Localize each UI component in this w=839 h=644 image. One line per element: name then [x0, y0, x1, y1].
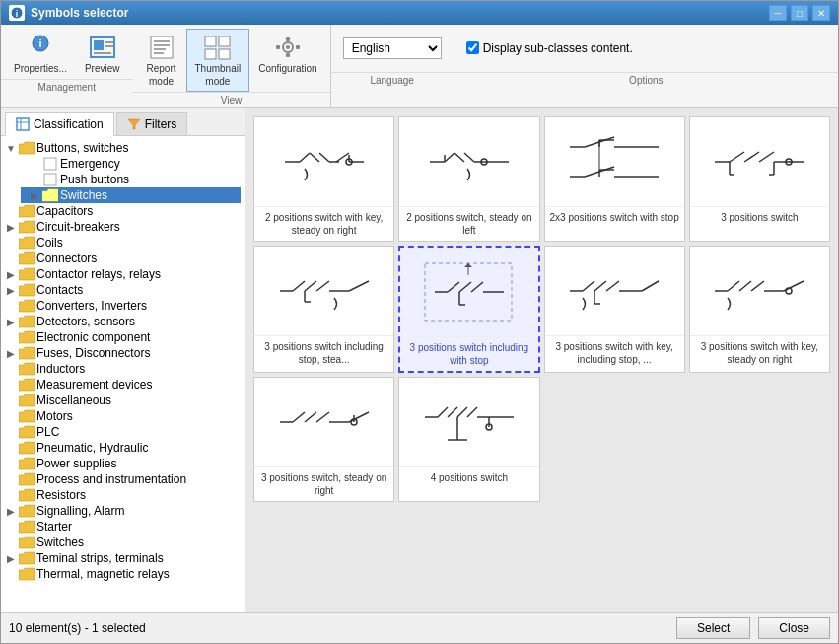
- folder-icon-pneumatic: [19, 441, 35, 455]
- close-button[interactable]: ✕: [812, 5, 830, 21]
- report-mode-button[interactable]: Report mode: [137, 29, 186, 92]
- expand-placeholder-converters: [5, 300, 17, 312]
- thumbnail-mode-label2: mode: [205, 76, 230, 87]
- expand-placeholder-coils: [5, 237, 17, 249]
- tree-item-inductors[interactable]: Inductors: [5, 361, 241, 377]
- tree-item-switches[interactable]: ▶ Switches: [21, 187, 241, 203]
- properties-icon: i: [25, 34, 56, 61]
- tab-classification[interactable]: Classification: [5, 112, 114, 136]
- thumbnail-mode-button[interactable]: Thumbnail mode: [186, 29, 250, 92]
- label-buttons-switches: Buttons, switches: [36, 141, 128, 155]
- tab-filters[interactable]: Filters: [116, 112, 188, 135]
- expand-placeholder-capacitors: [5, 205, 17, 217]
- symbol-card-5[interactable]: 3 positions switch including stop, stea.…: [253, 246, 394, 373]
- report-mode-label2: mode: [149, 76, 174, 87]
- tree-item-converters[interactable]: Converters, Inverters: [5, 298, 241, 314]
- tree-item-coils[interactable]: Coils: [5, 235, 241, 250]
- tree-item-push-buttons[interactable]: Push buttons: [21, 172, 241, 187]
- expand-fuses[interactable]: ▶: [5, 347, 17, 359]
- page-icon-push-buttons: [42, 173, 58, 186]
- folder-icon-motors: [19, 409, 35, 423]
- symbol-preview-6: [400, 248, 537, 336]
- label-inductors: Inductors: [36, 362, 85, 376]
- tree-item-capacitors[interactable]: Capacitors: [5, 203, 241, 219]
- tree-item-terminal-strips[interactable]: ▶ Teminal strips, terminals: [5, 550, 241, 566]
- page-icon-emergency: [42, 157, 58, 171]
- tree-item-switches2[interactable]: Switches: [5, 535, 241, 550]
- expand-switches[interactable]: ▶: [29, 189, 40, 201]
- symbol-preview-2: [399, 117, 538, 206]
- tree-item-measurement[interactable]: Measurement devices: [5, 377, 241, 393]
- symbol-card-3[interactable]: 2x3 positions switch with stop: [544, 116, 685, 242]
- tree-item-process[interactable]: Process and instrumentation: [5, 471, 241, 487]
- tree-item-pneumatic[interactable]: Pneumatic, Hydraulic: [5, 440, 241, 456]
- tree-item-resistors[interactable]: Resistors: [5, 487, 241, 503]
- expand-placeholder-pneumatic: [5, 442, 17, 454]
- tree-item-motors[interactable]: Motors: [5, 408, 241, 424]
- select-button[interactable]: Select: [676, 617, 750, 639]
- label-emergency: Emergency: [60, 157, 120, 171]
- tree-item-connectors[interactable]: Connectors: [5, 250, 241, 266]
- svg-line-112: [467, 407, 477, 417]
- display-subclasses-label: Display sub-classes content.: [483, 41, 633, 55]
- configuration-button[interactable]: Configuration: [249, 29, 325, 92]
- tree-item-fuses[interactable]: ▶ Fuses, Disconnectors: [5, 345, 241, 361]
- symbol-card-2[interactable]: 2 positions switch, steady on left: [398, 116, 539, 242]
- symbol-label-9: 3 positions switch, steady on right: [254, 466, 393, 501]
- expand-placeholder-inductors: [5, 363, 17, 375]
- tree-item-buttons-switches[interactable]: ▼ Buttons, switches: [5, 140, 241, 156]
- svg-rect-14: [205, 36, 216, 46]
- tree-item-emergency[interactable]: Emergency: [21, 156, 241, 172]
- close-button-bottom[interactable]: Close: [758, 617, 830, 639]
- expand-signalling[interactable]: ▶: [5, 505, 17, 517]
- symbol-card-6[interactable]: 3 positions switch including with stop: [398, 246, 539, 373]
- symbol-card-4[interactable]: 3 positions switch: [689, 116, 830, 242]
- tree-item-starter[interactable]: Starter: [5, 519, 241, 535]
- svg-rect-24: [17, 118, 29, 130]
- tree-item-contactor-relays[interactable]: ▶ Contactor relays, relays: [5, 266, 241, 282]
- tree-item-electronic[interactable]: Electronic component: [5, 329, 241, 345]
- expand-placeholder-measurement: [5, 379, 17, 391]
- expand-placeholder-connectors: [5, 252, 17, 264]
- label-motors: Motors: [36, 409, 73, 423]
- symbol-card-1[interactable]: 2 positions switch with key, steady on r…: [253, 116, 394, 242]
- filter-icon: [127, 117, 141, 131]
- preview-icon: [87, 34, 118, 61]
- expand-contactor-relays[interactable]: ▶: [5, 268, 17, 280]
- language-select[interactable]: English French German Spanish: [343, 37, 442, 59]
- svg-line-90: [642, 281, 659, 291]
- svg-marker-84: [464, 263, 472, 267]
- display-subclasses-checkbox[interactable]: [466, 41, 479, 54]
- preview-button[interactable]: Preview: [76, 29, 129, 79]
- minimize-button[interactable]: ─: [769, 5, 787, 21]
- display-subclasses-option[interactable]: Display sub-classes content.: [466, 41, 633, 55]
- tree-item-thermal[interactable]: Thermal, magnetic relays: [5, 566, 241, 582]
- tree-item-detectors[interactable]: ▶ Detectors, sensors: [5, 314, 241, 329]
- tree-container[interactable]: ▼ Buttons, switches Emergency: [1, 136, 245, 612]
- svg-rect-23: [296, 45, 300, 49]
- title-icon: i: [9, 5, 25, 21]
- expand-buttons-switches[interactable]: ▼: [5, 142, 17, 154]
- tree-item-contacts[interactable]: ▶ Contacts: [5, 282, 241, 298]
- symbol-card-10[interactable]: 4 positions switch: [398, 377, 539, 502]
- expand-contacts[interactable]: ▶: [5, 284, 17, 296]
- symbol-preview-8: [690, 247, 829, 335]
- main-window: i Symbols selector ─ □ ✕ i Proper: [0, 0, 839, 644]
- tree-item-plc[interactable]: PLC: [5, 424, 241, 440]
- expand-terminal-strips[interactable]: ▶: [5, 552, 17, 564]
- expand-placeholder-plc: [5, 426, 17, 438]
- tree-item-power-supplies[interactable]: Power supplies: [5, 456, 241, 471]
- tree-item-circuit-breakers[interactable]: ▶ Circuit-breakers: [5, 219, 241, 235]
- properties-button[interactable]: i Properties...: [5, 29, 76, 79]
- symbol-card-7[interactable]: 3 positions switch with key, including s…: [544, 246, 685, 373]
- tree-item-signalling[interactable]: ▶ Signalling, Alarm: [5, 503, 241, 519]
- tabs-bar: Classification Filters: [1, 108, 245, 136]
- tree-item-miscellaneous[interactable]: Miscellaneous: [5, 393, 241, 408]
- symbol-label-10: 4 positions switch: [399, 466, 538, 488]
- symbol-card-9[interactable]: 3 positions switch, steady on right: [253, 377, 394, 502]
- expand-circuit-breakers[interactable]: ▶: [5, 221, 17, 233]
- symbol-card-8[interactable]: 3 positions switch with key, steady on r…: [689, 246, 830, 373]
- maximize-button[interactable]: □: [791, 5, 808, 21]
- expand-placeholder-switches2: [5, 537, 17, 548]
- expand-detectors[interactable]: ▶: [5, 316, 17, 327]
